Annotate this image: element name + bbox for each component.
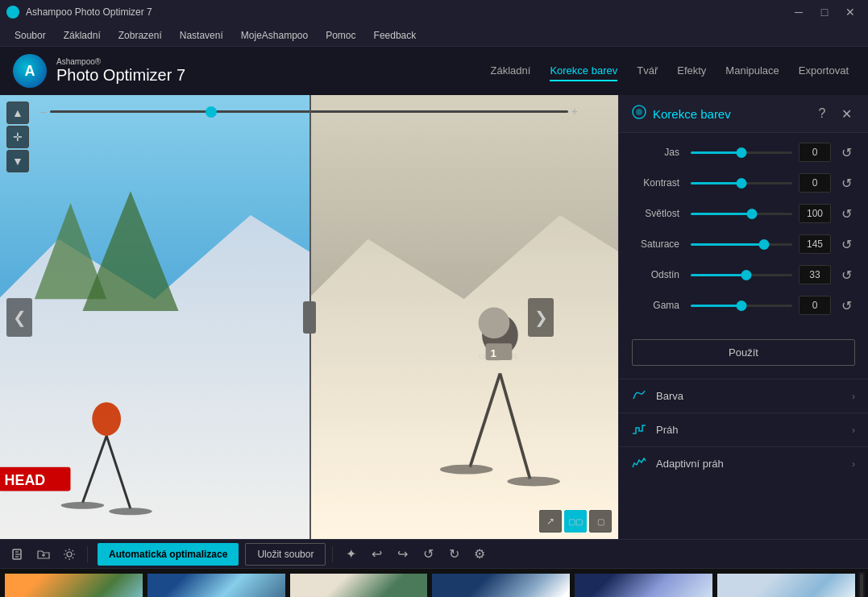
slider-saturace[interactable]	[691, 243, 792, 246]
slider-label-jas: Jas	[632, 147, 684, 158]
zoom-down-button[interactable]: ▼	[6, 150, 29, 172]
slider-kontrast[interactable]	[691, 182, 792, 184]
menu-item-feedback[interactable]: Feedback	[366, 27, 425, 44]
slider-gama[interactable]	[691, 305, 792, 307]
app-name: Photo Optimizer 7	[56, 66, 185, 85]
auto-optimize-button[interactable]: Automatická optimalizace	[98, 543, 239, 566]
panel-header-left: Korekce barev	[632, 105, 731, 122]
section-icon-barva	[632, 389, 648, 403]
svg-point-31	[67, 552, 72, 557]
thumbnail-3[interactable]: ✓	[289, 572, 430, 597]
section-label-barva: Barva	[656, 390, 683, 402]
zoom-up-button[interactable]: ▲	[6, 102, 29, 124]
image-comparison: HEAD	[0, 95, 618, 539]
thumbnail-area: ✓ ✓ ✓ ✓	[3, 572, 857, 597]
maximize-button[interactable]: □	[813, 4, 836, 20]
slider-row-odstin: Odstín 33 ↺	[632, 265, 855, 284]
slider-label-kontrast: Kontrast	[632, 177, 684, 189]
slider-reset-svetlost[interactable]: ↺	[837, 205, 855, 222]
divider-handle[interactable]	[303, 301, 316, 334]
thumbnail-1[interactable]	[3, 572, 144, 597]
slider-row-gama: Gama 0 ↺	[632, 296, 855, 315]
section-header-barva[interactable]: Barva ›	[619, 379, 868, 413]
section-header-prah[interactable]: Práh ›	[619, 413, 868, 446]
prev-image-button[interactable]: ❮	[6, 298, 32, 337]
expand-sections: Barva › Práh › Adaptivní	[619, 379, 868, 480]
sparkle-button[interactable]: ✦	[339, 543, 362, 566]
thumbnail-6[interactable]	[716, 572, 857, 597]
slider-row-jas: Jas 0 ↺	[632, 143, 855, 162]
tab-korekce-barev[interactable]: Korekce barev	[550, 61, 617, 81]
slider-row-saturace: Saturace 145 ↺	[632, 234, 855, 254]
slider-odstin[interactable]	[691, 274, 792, 276]
rotate-right-button[interactable]: ↻	[442, 543, 465, 566]
close-button[interactable]: ✕	[839, 4, 862, 20]
slider-reset-odstin[interactable]: ↺	[837, 266, 855, 284]
zoom-move-button[interactable]: ✛	[6, 126, 29, 148]
section-arrow-prah: ›	[852, 425, 855, 436]
section-barva: Barva ›	[619, 379, 868, 413]
tab-manipulace[interactable]: Manipulace	[725, 61, 779, 81]
menu-item-mojeashampoo[interactable]: MojeAshampoo	[233, 27, 316, 44]
split-view-button[interactable]: ▢▢	[564, 510, 587, 533]
add-folder-button[interactable]	[32, 543, 55, 566]
slider-reset-jas[interactable]: ↺	[837, 143, 855, 161]
menu-item-zobrazení[interactable]: Zobrazení	[110, 27, 170, 44]
redo-button[interactable]: ↪	[391, 543, 413, 566]
help-button[interactable]: ?	[813, 105, 831, 122]
section-arrow-adaptivni: ›	[852, 458, 855, 470]
rotate-left-button[interactable]: ↺	[417, 543, 439, 566]
tab-exportovat[interactable]: Exportovat	[799, 61, 849, 81]
slider-jas[interactable]	[691, 151, 792, 154]
settings-tool-button[interactable]	[58, 543, 81, 566]
menu-item-základní[interactable]: Základní	[56, 27, 109, 44]
titlebar: Ashampoo Photo Optimizer 7 ─ □ ✕	[0, 0, 868, 24]
thumbnail-4[interactable]	[430, 572, 571, 597]
section-header-adaptivni[interactable]: Adaptivní práh ›	[619, 447, 868, 480]
image-right-panel: outnam 1	[309, 95, 619, 539]
thumbnail-scrollbar[interactable]	[858, 572, 865, 597]
app-icon	[6, 6, 19, 19]
svg-rect-21	[485, 343, 512, 360]
single-view-button[interactable]: ▢	[589, 510, 612, 533]
sliders-section: Jas 0 ↺ Kontrast 0 ↺ Světlost 100 ↺	[619, 133, 868, 336]
brightness-thumb[interactable]	[206, 106, 217, 118]
slider-row-kontrast: Kontrast 0 ↺	[632, 173, 855, 193]
expand-button[interactable]: ↗	[539, 510, 562, 533]
thumbnail-5[interactable]	[573, 572, 714, 597]
new-file-button[interactable]	[6, 543, 29, 566]
undo-button[interactable]: ↩	[365, 543, 388, 566]
menu-item-nastavení[interactable]: Nastavení	[172, 27, 231, 44]
titlebar-left: Ashampoo Photo Optimizer 7	[6, 6, 152, 19]
slider-reset-gama[interactable]: ↺	[837, 296, 855, 314]
next-image-button[interactable]: ❯	[528, 298, 554, 337]
tab-zakladni[interactable]: Základní	[491, 61, 531, 81]
window-controls: ─ □ ✕	[787, 4, 862, 20]
slider-value-svetlost: 100	[799, 204, 831, 223]
save-file-button[interactable]: Uložit soubor	[245, 543, 326, 566]
brightness-plus-icon: +	[571, 105, 578, 118]
more-tools-button[interactable]: ⚙	[468, 543, 491, 566]
svg-text:1: 1	[490, 347, 496, 359]
apply-button[interactable]: Použít	[632, 339, 855, 366]
main-area: ▲ ✛ ▼ – +	[0, 95, 868, 539]
minimize-button[interactable]: ─	[787, 4, 810, 20]
slider-reset-saturace[interactable]: ↺	[837, 235, 855, 253]
panel-title: Korekce barev	[653, 107, 731, 121]
toolbar-separator2	[332, 546, 333, 562]
slider-reset-kontrast[interactable]: ↺	[837, 174, 855, 192]
svg-point-24	[636, 109, 642, 115]
menu-item-pomoc[interactable]: Pomoc	[318, 27, 363, 44]
logo-icon: A	[13, 54, 47, 88]
image-right-content: outnam 1	[309, 95, 619, 539]
menu-item-soubor[interactable]: Soubor	[6, 27, 54, 44]
slider-label-gama: Gama	[632, 300, 684, 311]
close-panel-button[interactable]: ✕	[837, 105, 855, 122]
tab-tvar[interactable]: Tvář	[637, 61, 658, 81]
slider-value-kontrast: 0	[799, 173, 831, 193]
tab-efekty[interactable]: Efekty	[677, 61, 706, 81]
section-label-adaptivni: Adaptivní práh	[656, 458, 724, 470]
slider-svetlost[interactable]	[691, 213, 792, 215]
thumbnail-2[interactable]: ✓	[146, 572, 287, 597]
menubar: SouborZákladníZobrazeníNastaveníMojeAsha…	[0, 24, 868, 47]
